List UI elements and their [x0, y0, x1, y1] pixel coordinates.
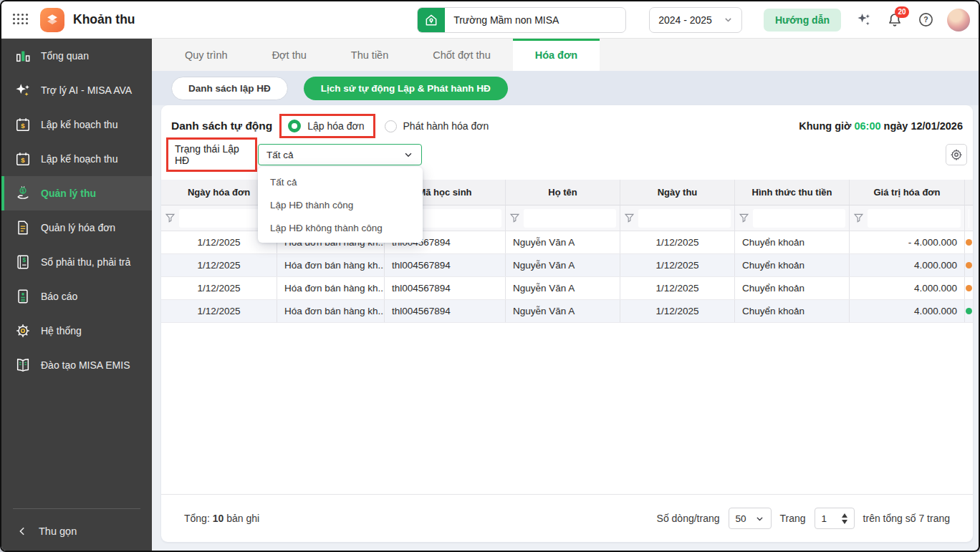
filter-input[interactable]: [638, 209, 731, 228]
svg-text:$: $: [21, 122, 25, 130]
column-header-hinh-thuc[interactable]: Hình thức thu tiền: [735, 180, 850, 205]
dropdown-option-thanh-cong[interactable]: Lập HĐ thành công: [258, 193, 423, 216]
radio-phat-hanh-hoa-don[interactable]: [385, 120, 397, 132]
cell-amount: 4.000.000: [850, 277, 965, 299]
filter-cell[interactable]: [850, 205, 965, 231]
stacked-diamonds-icon: [44, 12, 60, 28]
user-avatar[interactable]: [947, 9, 970, 32]
sidebar-item-label: Báo cáo: [41, 291, 77, 302]
cell-payment-method: Chuyển khoản: [735, 277, 850, 299]
tab-chot-dot-thu[interactable]: Chốt đợt thu: [410, 39, 512, 71]
tab-quy-trinh[interactable]: Quy trình: [163, 39, 250, 71]
table-row[interactable]: 1/12/2025 Hóa đơn bán hàng kh... thl0045…: [161, 254, 973, 277]
notifications-button[interactable]: 20: [886, 11, 903, 29]
stepper-up-icon[interactable]: [842, 513, 847, 518]
column-header-ngay-thu[interactable]: Ngày thu: [620, 180, 735, 205]
status-filter-value: Tất cả: [266, 150, 294, 160]
tab-label: Thu tiền: [351, 49, 388, 61]
radio-lap-hoa-don[interactable]: [288, 120, 301, 132]
status-filter-select[interactable]: Tất cả: [258, 144, 422, 165]
danh-sach-lap-hd-button[interactable]: Danh sách lập HĐ: [171, 77, 288, 100]
total-pages-text: trên tổng số 7 trang: [863, 513, 950, 524]
ai-sparkles-button[interactable]: [855, 11, 872, 28]
sidebar-item-quan-ly-thu[interactable]: $ Quản lý thu: [1, 176, 152, 210]
sidebar-item-tro-ly-ai[interactable]: Trợ lý AI - MISA AVA: [1, 73, 152, 107]
tab-bar: Quy trình Đợt thu Thu tiền Chốt đợt thu …: [152, 39, 980, 71]
filter-input[interactable]: [868, 209, 961, 228]
school-year-value: 2024 - 2025: [658, 14, 712, 26]
rows-per-page-value: 50: [736, 513, 746, 524]
report-icon: [15, 289, 31, 304]
cell-status: [965, 231, 973, 253]
open-book-icon: [15, 357, 31, 373]
filter-funnel-icon: [624, 213, 635, 223]
panel-title: Danh sách tự động: [171, 120, 272, 132]
total-suffix: bản ghi: [226, 513, 259, 524]
cell-description: Hóa đơn bán hàng kh...: [277, 254, 385, 276]
collapse-sidebar-button[interactable]: Thu gọn: [1, 519, 152, 543]
sidebar-item-so-phai-thu[interactable]: $ Sổ phải thu, phải trả: [1, 245, 152, 279]
sidebar-item-quan-ly-hoa-don[interactable]: Quản lý hóa đơn: [1, 210, 152, 245]
total-count: 10: [213, 513, 224, 524]
page-stepper[interactable]: [842, 513, 847, 524]
svg-text:$: $: [21, 188, 24, 194]
filter-cell[interactable]: [735, 205, 850, 231]
sub-navigation: Danh sách lập HĐ Lịch sử tự động Lập & P…: [152, 71, 980, 105]
dropdown-option-tat-ca[interactable]: Tất cả: [258, 170, 423, 193]
cell-student-name: Nguyễn Văn A: [506, 231, 620, 253]
tab-hoa-don[interactable]: Hóa đơn: [513, 39, 600, 71]
invoice-icon: [15, 220, 31, 236]
tab-thu-tien[interactable]: Thu tiền: [329, 39, 410, 71]
school-year-dropdown[interactable]: 2024 - 2025: [649, 7, 742, 33]
ledger-book-icon: $: [15, 254, 31, 270]
cell-student-code: thl004567894: [385, 254, 506, 276]
table-settings-button[interactable]: [946, 144, 967, 165]
status-filter-dropdown: Tất cả Lập HĐ thành công Lập HĐ không th…: [258, 167, 423, 243]
column-header-ho-ten[interactable]: Họ tên: [506, 180, 620, 205]
question-icon: ?: [918, 11, 934, 28]
tab-dot-thu[interactable]: Đợt thu: [250, 39, 329, 71]
sidebar-item-lap-ke-hoach-thu-2[interactable]: $ Lập kế hoạch thu: [1, 142, 152, 176]
app-grid-icon[interactable]: [13, 14, 30, 26]
filter-funnel-icon: [853, 213, 864, 223]
cell-collect-date: 1/12/2025: [620, 277, 735, 299]
svg-text:$: $: [23, 257, 27, 263]
filter-cell[interactable]: [506, 205, 620, 231]
notification-badge: 20: [895, 6, 909, 18]
time-suffix: ngày 12/01/2026: [884, 120, 963, 132]
pagination-controls: Số dòng/trang 50 Trang 1 trên tổng số 7 …: [657, 508, 950, 529]
sidebar-item-bao-cao[interactable]: Báo cáo: [1, 279, 152, 314]
filter-funnel-icon: [739, 213, 749, 223]
sidebar-item-label: Quản lý thu: [41, 188, 96, 199]
filter-cell[interactable]: [620, 205, 735, 231]
radio-phat-hanh-group: Phát hành hóa đơn: [385, 120, 489, 132]
sidebar-item-label: Quản lý hóa đơn: [41, 222, 115, 233]
panel-title-row: Danh sách tự động Lập hóa đơn Phát hành …: [161, 105, 973, 138]
lich-su-tu-dong-button[interactable]: Lịch sử tự động Lập & Phát hành HĐ: [304, 77, 508, 100]
schedule-time-text: Khung giờ 06:00 ngày 12/01/2026: [799, 120, 963, 132]
school-selector[interactable]: Trường Mầm non MISA: [417, 7, 626, 33]
guide-button[interactable]: Hướng dẫn: [764, 9, 841, 32]
page-number-input[interactable]: 1: [815, 508, 855, 529]
table-row[interactable]: 1/12/2025 Hóa đơn bán hàng kh... thl0045…: [161, 300, 973, 323]
rows-per-page-select[interactable]: 50: [729, 508, 772, 529]
sidebar-item-lap-ke-hoach-thu-1[interactable]: $ Lập kế hoạch thu: [1, 107, 152, 142]
filter-input[interactable]: [753, 209, 845, 228]
help-button[interactable]: ?: [918, 11, 934, 28]
chevron-left-icon: [17, 526, 27, 536]
cell-status: [965, 254, 973, 276]
sidebar-item-label: Lập kế hoạch thu: [41, 119, 117, 130]
dropdown-option-khong-thanh-cong[interactable]: Lập HĐ không thành công: [258, 216, 423, 239]
sidebar-item-tong-quan[interactable]: Tổng quan: [1, 39, 152, 73]
stepper-down-icon[interactable]: [842, 520, 847, 524]
sidebar-item-dao-tao[interactable]: Đào tạo MISA EMIS: [1, 348, 152, 382]
table-row[interactable]: 1/12/2025 Hóa đơn bán hàng kh... thl0045…: [161, 277, 973, 300]
column-header-gia-tri[interactable]: Giá trị hóa đơn: [850, 180, 965, 205]
sidebar-item-label: Hệ thống: [41, 325, 82, 336]
cell-description: Hóa đơn bán hàng kh...: [277, 300, 385, 322]
filter-input[interactable]: [524, 209, 616, 228]
sidebar-item-he-thong[interactable]: Hệ thống: [1, 314, 152, 348]
page-label: Trang: [780, 513, 806, 524]
time-prefix: Khung giờ: [799, 120, 851, 132]
tab-label: Quy trình: [185, 49, 228, 61]
